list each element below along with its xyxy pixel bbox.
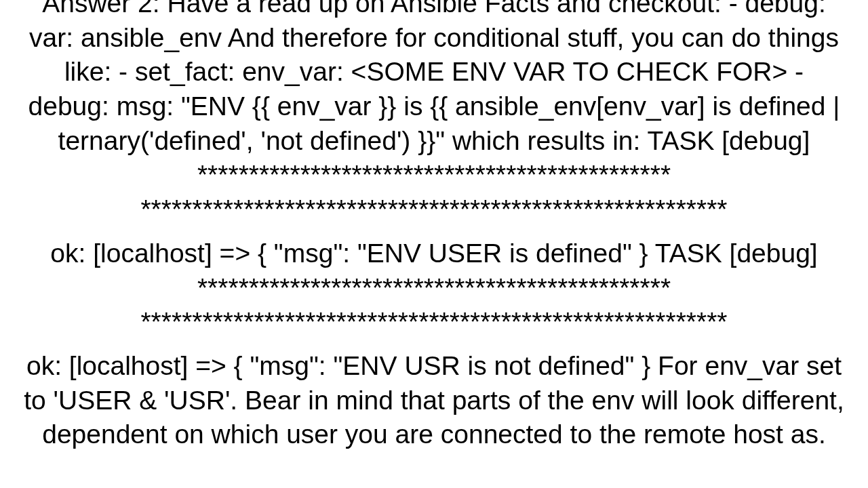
- paragraph-2: ok: [localhost] => { "msg": "ENV USER is…: [20, 237, 848, 340]
- paragraph-3: ok: [localhost] => { "msg": "ENV USR is …: [20, 349, 848, 452]
- document-content: Answer 2: Have a read up on Ansible Fact…: [0, 0, 868, 452]
- paragraph-1: Answer 2: Have a read up on Ansible Fact…: [20, 0, 848, 227]
